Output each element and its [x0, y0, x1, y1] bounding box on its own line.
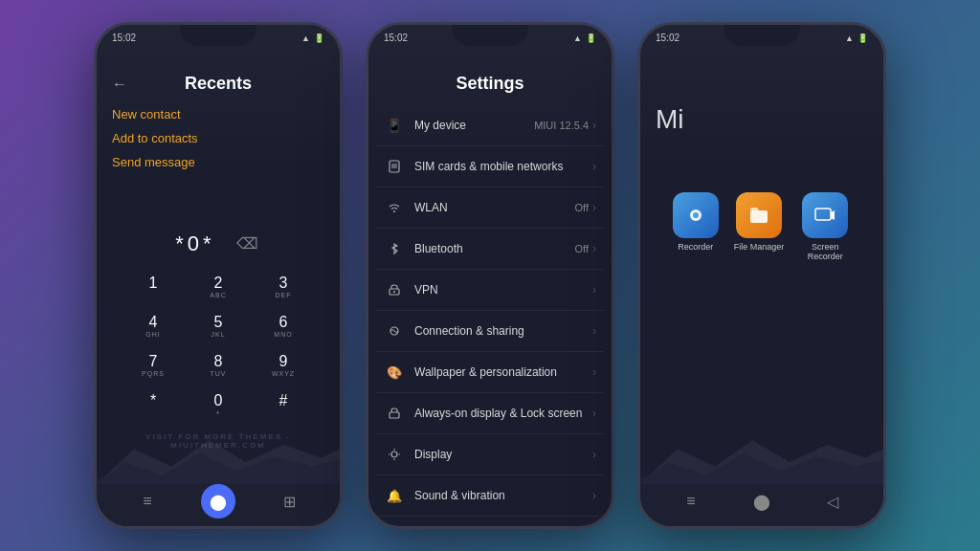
- app-filemanager[interactable]: File Manager: [734, 192, 785, 261]
- status-icons-2: ▲ 🔋: [573, 33, 596, 43]
- notch: [180, 25, 256, 46]
- wlan-chevron: ›: [592, 201, 596, 214]
- settings-item-mydevice[interactable]: 📱 My device MIUI 12.5.4 ›: [376, 105, 604, 146]
- home-screen: Mi Recorder File Manager Screen Recorder: [640, 47, 883, 476]
- aod-chevron: ›: [592, 407, 596, 420]
- screenrecorder-label: Screen Recorder: [799, 242, 851, 261]
- wlan-label: WLAN: [414, 201, 566, 214]
- bluetooth-right: Off ›: [575, 242, 596, 255]
- vpn-label: VPN: [414, 283, 583, 297]
- dial-key-star[interactable]: *: [122, 386, 184, 422]
- settings-item-aod[interactable]: Always-on display & Lock screen ›: [376, 393, 604, 434]
- dial-key-9[interactable]: 9WXYZ: [253, 347, 314, 383]
- signal-icon-3: ▲: [845, 33, 854, 43]
- settings-item-bluetooth[interactable]: Bluetooth Off ›: [376, 229, 604, 270]
- home-menu-button[interactable]: ≡: [674, 484, 708, 518]
- dial-key-6[interactable]: 6MNO: [253, 308, 314, 343]
- display-label: Display: [414, 448, 583, 461]
- dial-key-1[interactable]: 1: [122, 269, 184, 304]
- dial-key-7[interactable]: 7PQRS: [122, 347, 184, 383]
- filemanager-label: File Manager: [734, 242, 785, 252]
- menu-button[interactable]: ≡: [130, 484, 165, 518]
- display-chevron: ›: [592, 448, 596, 461]
- signal-icon: ▲: [301, 33, 310, 43]
- mydevice-content: My device: [414, 119, 524, 132]
- svg-rect-8: [390, 412, 399, 418]
- bluetooth-chevron: ›: [592, 242, 596, 255]
- settings-item-connection[interactable]: Connection & sharing ›: [376, 311, 604, 352]
- aod-icon: [384, 403, 405, 424]
- settings-item-wlan[interactable]: WLAN Off ›: [376, 187, 604, 229]
- mountain-decoration-3: [640, 431, 883, 484]
- sim-content: SIM cards & mobile networks: [414, 160, 583, 173]
- screenrecorder-icon: [802, 192, 848, 238]
- aod-label: Always-on display & Lock screen: [414, 407, 583, 420]
- time-1: 15:02: [112, 33, 136, 43]
- settings-header: Settings: [368, 47, 612, 105]
- dial-number-row: *0* ⌫: [175, 231, 260, 257]
- dial-key-hash[interactable]: #: [253, 386, 314, 422]
- settings-item-wallpaper[interactable]: 🎨 Wallpaper & personalization ›: [376, 352, 604, 393]
- sim-chevron: ›: [592, 160, 596, 173]
- phone-recents: 15:02 ▲ 🔋 ← Recents New contact Add to c…: [94, 22, 343, 529]
- home-home-button[interactable]: ⬤: [745, 484, 779, 518]
- connection-content: Connection & sharing: [414, 324, 583, 338]
- home-button[interactable]: ⬤: [201, 484, 235, 518]
- back-button[interactable]: ←: [112, 76, 127, 93]
- dial-key-5[interactable]: 5JKL: [188, 308, 249, 343]
- sound-label: Sound & vibration: [414, 489, 583, 502]
- send-message-button[interactable]: Send message: [112, 153, 324, 171]
- wlan-icon: [384, 197, 405, 218]
- settings-title: Settings: [456, 74, 523, 93]
- dialpad-button[interactable]: ⊞: [272, 484, 306, 518]
- bluetooth-icon: [384, 238, 405, 259]
- wallpaper-chevron: ›: [592, 365, 596, 379]
- display-content: Display: [414, 448, 583, 461]
- mydevice-icon: 📱: [384, 115, 405, 136]
- settings-item-notifications[interactable]: Notifications & Control center ›: [376, 517, 604, 526]
- apps-grid: Recorder File Manager Screen Recorder: [656, 192, 868, 261]
- page-title-recents: Recents: [139, 74, 298, 94]
- svg-point-6: [393, 291, 395, 293]
- notch-3: [724, 25, 800, 46]
- backspace-button[interactable]: ⌫: [234, 231, 261, 257]
- settings-item-sound[interactable]: 🔔 Sound & vibration ›: [376, 475, 604, 517]
- app-recorder[interactable]: Recorder: [673, 192, 719, 261]
- recents-header: ← Recents: [97, 47, 340, 101]
- connection-icon: [384, 320, 405, 342]
- settings-item-display[interactable]: Display ›: [376, 434, 604, 475]
- dial-key-4[interactable]: 4GHI: [122, 308, 184, 343]
- battery-icon-2: 🔋: [586, 33, 596, 43]
- dial-key-0[interactable]: 0+: [188, 386, 249, 422]
- dial-key-3[interactable]: 3DEF: [253, 269, 314, 304]
- vpn-right: ›: [592, 283, 596, 297]
- phone-home: 15:02 ▲ 🔋 Mi Recorder File Manager: [637, 22, 886, 529]
- sim-icon: [384, 156, 405, 177]
- settings-item-sim[interactable]: SIM cards & mobile networks ›: [376, 146, 604, 187]
- wallpaper-label: Wallpaper & personalization: [414, 365, 583, 379]
- add-to-contacts-button[interactable]: Add to contacts: [112, 129, 324, 147]
- new-contact-button[interactable]: New contact: [112, 105, 324, 123]
- recorder-label: Recorder: [678, 242, 713, 252]
- app-screenrecorder[interactable]: Screen Recorder: [799, 192, 851, 261]
- sound-icon: 🔔: [384, 485, 405, 506]
- dial-key-2[interactable]: 2ABC: [188, 269, 249, 304]
- vpn-content: VPN: [414, 283, 583, 297]
- time-2: 15:02: [384, 33, 408, 43]
- home-back-button[interactable]: ◁: [815, 484, 850, 518]
- mydevice-label: My device: [414, 119, 524, 132]
- display-icon: [384, 444, 405, 465]
- svg-rect-14: [815, 209, 831, 220]
- mydevice-right: MIUI 12.5.4 ›: [534, 119, 596, 132]
- bluetooth-content: Bluetooth: [414, 242, 566, 255]
- dial-key-8[interactable]: 8TUV: [188, 347, 249, 383]
- display-right: ›: [592, 448, 596, 461]
- svg-rect-13: [750, 210, 768, 223]
- aod-content: Always-on display & Lock screen: [414, 407, 583, 420]
- wlan-content: WLAN: [414, 201, 566, 214]
- mydevice-chevron: ›: [592, 119, 596, 132]
- settings-item-vpn[interactable]: VPN ›: [376, 270, 604, 311]
- wlan-right: Off ›: [575, 201, 596, 214]
- watermark: VISIT FOR MORE THEMES - MIUITHEMER.COM: [97, 432, 340, 450]
- wallpaper-icon: 🎨: [384, 362, 405, 383]
